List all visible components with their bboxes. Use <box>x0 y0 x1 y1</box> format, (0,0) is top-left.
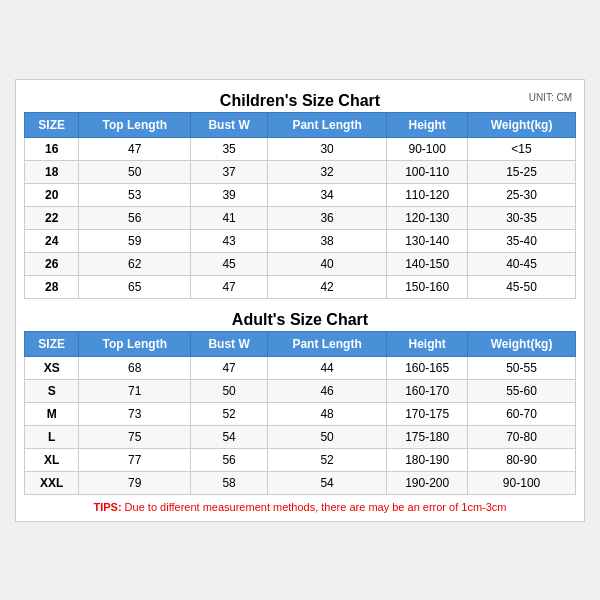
table-cell: 160-170 <box>387 379 468 402</box>
table-row: L755450175-18070-80 <box>25 425 576 448</box>
table-row: 28654742150-16045-50 <box>25 275 576 298</box>
table-cell: 100-110 <box>387 160 468 183</box>
table-cell: XL <box>25 448 79 471</box>
table-cell: 60-70 <box>468 402 576 425</box>
children-col-bust-w: Bust W <box>191 112 268 137</box>
table-cell: 43 <box>191 229 268 252</box>
table-cell: 90-100 <box>387 137 468 160</box>
table-cell: 45-50 <box>468 275 576 298</box>
table-cell: S <box>25 379 79 402</box>
table-row: S715046160-17055-60 <box>25 379 576 402</box>
table-cell: 36 <box>267 206 386 229</box>
table-row: XXL795854190-20090-100 <box>25 471 576 494</box>
adults-title: Adult's Size Chart <box>232 311 368 329</box>
adults-col-pant-length: Pant Length <box>267 331 386 356</box>
table-cell: 50 <box>267 425 386 448</box>
table-cell: 59 <box>79 229 191 252</box>
table-cell: 80-90 <box>468 448 576 471</box>
children-table: SIZE Top Length Bust W Pant Length Heigh… <box>24 112 576 299</box>
table-cell: 50 <box>191 379 268 402</box>
table-row: 1647353090-100<15 <box>25 137 576 160</box>
table-cell: 39 <box>191 183 268 206</box>
table-cell: 90-100 <box>468 471 576 494</box>
adults-col-top-length: Top Length <box>79 331 191 356</box>
table-cell: 37 <box>191 160 268 183</box>
adults-table: SIZE Top Length Bust W Pant Length Heigh… <box>24 331 576 495</box>
table-cell: 41 <box>191 206 268 229</box>
table-cell: 34 <box>267 183 386 206</box>
table-cell: 77 <box>79 448 191 471</box>
table-cell: 140-150 <box>387 252 468 275</box>
adults-col-bust-w: Bust W <box>191 331 268 356</box>
tips-text: Due to different measurement methods, th… <box>122 501 507 513</box>
children-title-row: Children's Size Chart UNIT: CM <box>24 88 576 112</box>
children-col-top-length: Top Length <box>79 112 191 137</box>
table-row: 24594338130-14035-40 <box>25 229 576 252</box>
table-cell: 40 <box>267 252 386 275</box>
table-cell: 75 <box>79 425 191 448</box>
children-header-row: SIZE Top Length Bust W Pant Length Heigh… <box>25 112 576 137</box>
table-cell: 150-160 <box>387 275 468 298</box>
adults-col-size: SIZE <box>25 331 79 356</box>
table-cell: 54 <box>267 471 386 494</box>
table-row: M735248170-17560-70 <box>25 402 576 425</box>
table-cell: 55-60 <box>468 379 576 402</box>
unit-label: UNIT: CM <box>529 92 572 103</box>
table-cell: XS <box>25 356 79 379</box>
table-cell: 45 <box>191 252 268 275</box>
table-cell: 16 <box>25 137 79 160</box>
table-cell: 35 <box>191 137 268 160</box>
table-cell: 71 <box>79 379 191 402</box>
table-cell: <15 <box>468 137 576 160</box>
table-cell: 175-180 <box>387 425 468 448</box>
table-cell: 110-120 <box>387 183 468 206</box>
table-cell: 38 <box>267 229 386 252</box>
adults-title-row: Adult's Size Chart <box>24 307 576 331</box>
table-cell: 47 <box>191 275 268 298</box>
table-cell: XXL <box>25 471 79 494</box>
table-cell: 56 <box>191 448 268 471</box>
table-cell: 22 <box>25 206 79 229</box>
table-cell: 70-80 <box>468 425 576 448</box>
table-cell: 73 <box>79 402 191 425</box>
table-cell: 68 <box>79 356 191 379</box>
table-cell: 160-165 <box>387 356 468 379</box>
table-cell: 20 <box>25 183 79 206</box>
table-row: 22564136120-13030-35 <box>25 206 576 229</box>
table-cell: 52 <box>191 402 268 425</box>
table-cell: 190-200 <box>387 471 468 494</box>
table-cell: 180-190 <box>387 448 468 471</box>
table-row: 18503732100-11015-25 <box>25 160 576 183</box>
table-cell: 47 <box>191 356 268 379</box>
tips-label: TIPS: <box>93 501 121 513</box>
children-col-height: Height <box>387 112 468 137</box>
table-cell: 56 <box>79 206 191 229</box>
adults-col-height: Height <box>387 331 468 356</box>
table-cell: 170-175 <box>387 402 468 425</box>
table-row: 20533934110-12025-30 <box>25 183 576 206</box>
children-col-size: SIZE <box>25 112 79 137</box>
table-cell: M <box>25 402 79 425</box>
table-cell: 52 <box>267 448 386 471</box>
table-cell: 58 <box>191 471 268 494</box>
table-cell: 30 <box>267 137 386 160</box>
table-cell: 40-45 <box>468 252 576 275</box>
table-cell: 79 <box>79 471 191 494</box>
children-col-weight: Weight(kg) <box>468 112 576 137</box>
table-cell: 65 <box>79 275 191 298</box>
table-cell: 15-25 <box>468 160 576 183</box>
table-cell: 42 <box>267 275 386 298</box>
table-cell: 50 <box>79 160 191 183</box>
table-cell: L <box>25 425 79 448</box>
table-cell: 25-30 <box>468 183 576 206</box>
tips-row: TIPS: Due to different measurement metho… <box>24 501 576 513</box>
table-cell: 32 <box>267 160 386 183</box>
table-cell: 35-40 <box>468 229 576 252</box>
table-cell: 47 <box>79 137 191 160</box>
table-cell: 18 <box>25 160 79 183</box>
table-row: 26624540140-15040-45 <box>25 252 576 275</box>
table-cell: 44 <box>267 356 386 379</box>
children-title: Children's Size Chart <box>220 92 380 110</box>
table-cell: 50-55 <box>468 356 576 379</box>
table-cell: 26 <box>25 252 79 275</box>
